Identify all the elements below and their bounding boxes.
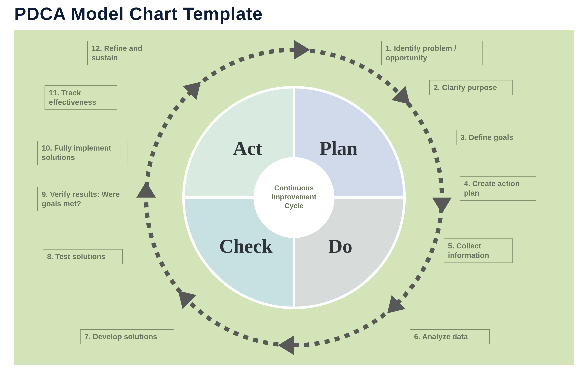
diagram-canvas: Plan Do Check Act Continuous Improvement… bbox=[14, 30, 574, 365]
arrow-icon bbox=[136, 181, 156, 198]
step-12: 12. Refine and sustain bbox=[87, 41, 160, 65]
step-5: 5. Collect information bbox=[444, 239, 513, 263]
step-8: 8. Test solutions bbox=[43, 249, 123, 264]
step-3: 3. Define goals bbox=[456, 130, 532, 145]
step-7: 7. Develop solutions bbox=[80, 329, 174, 344]
arrow-icon bbox=[294, 40, 310, 60]
step-10: 10. Fully implement solutions bbox=[37, 140, 128, 165]
check-label: Check bbox=[219, 235, 273, 257]
page-title: PDCA Model Chart Template bbox=[14, 4, 263, 24]
arrow-icon bbox=[432, 198, 452, 214]
step-4: 4. Create action plan bbox=[460, 176, 536, 200]
plan-label: Plan bbox=[319, 137, 358, 159]
center-line1: Continuous bbox=[274, 184, 314, 192]
step-11: 11. Track effectiveness bbox=[44, 85, 117, 110]
act-label: Act bbox=[233, 137, 262, 159]
do-label: Do bbox=[328, 235, 352, 257]
step-6: 6. Analyze data bbox=[410, 329, 490, 344]
arrow-icon bbox=[278, 335, 294, 355]
center-line2: Improvement bbox=[272, 193, 316, 201]
step-9: 9. Verify results: Were goals met? bbox=[37, 187, 124, 211]
page: PDCA Model Chart Template Plan Do Che bbox=[0, 0, 588, 370]
step-1: 1. Identify problem / opportunity bbox=[381, 41, 483, 65]
center-line3: Cycle bbox=[284, 202, 304, 210]
step-2: 2. Clarify purpose bbox=[430, 80, 513, 95]
